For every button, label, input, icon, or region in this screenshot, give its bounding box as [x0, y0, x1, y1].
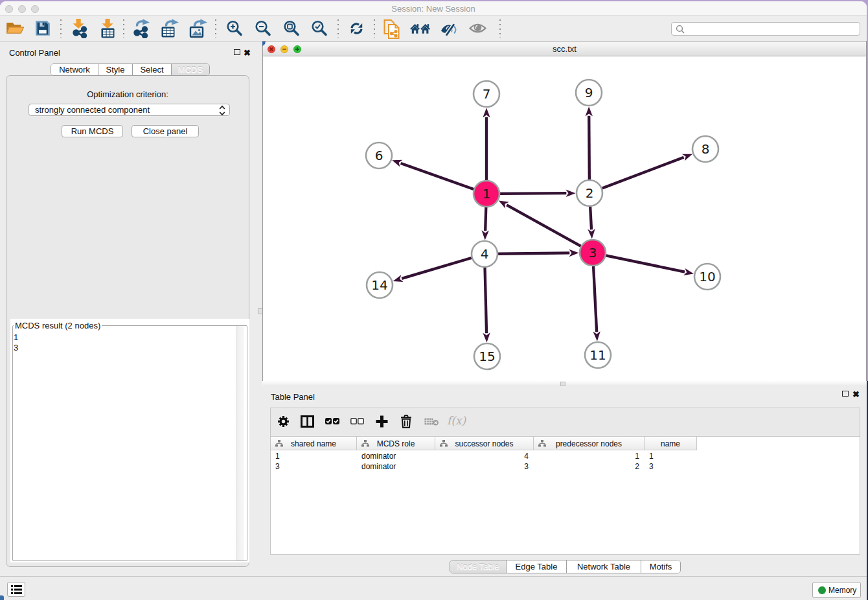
optimization-criterion-label: Optimization criterion: [6, 89, 249, 99]
mcds-result-textarea[interactable]: 1 3 [14, 332, 238, 560]
graph-node-label-2: 2 [586, 185, 594, 201]
tab-mcds[interactable]: MCDS [172, 64, 209, 75]
optimization-criterion-value: strongly connected component [35, 105, 150, 115]
graph-node-label-4: 4 [481, 246, 489, 262]
graph-edge-2-8[interactable] [602, 157, 684, 189]
memory-button[interactable]: Memory [812, 582, 861, 598]
network-view-window: scc.txt 7968124314101511 [262, 41, 867, 381]
optimization-criterion-select[interactable]: strongly connected component [29, 104, 230, 116]
graph-edge-3-10[interactable] [606, 255, 685, 271]
graph-edge-4-3[interactable] [498, 253, 569, 253]
graph-edge-1-2[interactable] [500, 193, 566, 194]
control-panel-title: Control Panel [9, 48, 60, 58]
tab-network-table[interactable]: Network Table [567, 560, 641, 573]
table-cell[interactable]: 4 [435, 450, 534, 461]
toolbar-separator [499, 19, 501, 38]
split-table-icon[interactable] [301, 415, 314, 428]
graph-edge-1-6[interactable] [401, 163, 474, 189]
table-panel-float-button[interactable] [842, 391, 849, 397]
select-all-icon[interactable] [325, 418, 339, 424]
graph-edge-3-1[interactable] [507, 205, 580, 246]
table-cell[interactable]: 3 [435, 461, 534, 471]
table-cell[interactable]: 1 [645, 450, 697, 461]
table-panel-tabs: Node Table Edge Table Network Table Moti… [450, 560, 681, 573]
function-builder-icon[interactable]: f(x) [447, 414, 466, 427]
graph-node-label-9: 9 [585, 85, 593, 100]
graph-edge-1-4[interactable] [485, 207, 486, 231]
table-cell[interactable]: dominator [357, 450, 435, 461]
column-header-shared-name[interactable]: shared name [271, 437, 357, 450]
zoom-out-icon[interactable] [255, 20, 271, 37]
graph-arrowhead-1-7 [483, 108, 490, 118]
graph-arrowhead-3-10 [683, 268, 694, 275]
column-header-successor-nodes[interactable]: successor nodes [435, 437, 534, 450]
table-cell[interactable]: 3 [271, 461, 357, 471]
table-panel-close-icon[interactable]: ✖ [852, 389, 860, 399]
tab-motifs[interactable]: Motifs [641, 560, 680, 573]
graph-edge-2-9[interactable] [589, 116, 589, 179]
search-input[interactable] [687, 23, 856, 34]
desktop-background: Session: New Session [0, 0, 868, 600]
graph-node-label-6: 6 [375, 148, 383, 163]
run-mcds-button[interactable]: Run MCDS [62, 125, 123, 137]
show-all-icon[interactable] [469, 23, 486, 34]
graph-edge-3-11[interactable] [593, 266, 597, 332]
control-panel: Control Panel ✖ Network Style Select MCD… [0, 1, 255, 600]
tab-style[interactable]: Style [98, 64, 133, 75]
search-box[interactable] [671, 22, 860, 36]
zoom-fit-icon[interactable] [283, 20, 300, 37]
graph-node-label-11: 11 [589, 347, 606, 363]
graph-edge-2-3[interactable] [590, 207, 591, 229]
status-bar: Memory [0, 576, 867, 600]
graph-arrowhead-3-11 [593, 331, 600, 341]
mcds-result-panel: MCDS result (2 nodes) 1 3 [10, 319, 249, 562]
network-canvas[interactable]: 7968124314101511 [263, 56, 866, 381]
table-panel: Table Panel ✖ [262, 387, 867, 577]
clone-network-icon[interactable] [383, 19, 401, 39]
close-panel-button[interactable]: Close panel [131, 125, 199, 137]
control-panel-close-icon[interactable]: ✖ [244, 48, 251, 58]
mcds-result-scrollbar[interactable] [236, 326, 244, 560]
refresh-layout-icon[interactable] [350, 22, 363, 35]
show-task-history-button[interactable] [7, 582, 25, 597]
tab-select[interactable]: Select [133, 64, 172, 75]
table-cell[interactable]: dominator [357, 461, 435, 471]
deselect-all-icon[interactable] [350, 418, 364, 424]
column-header-predecessor-nodes[interactable]: predecessor nodes [534, 437, 645, 450]
table-cell[interactable]: 2 [534, 461, 645, 471]
memory-status-dot [818, 586, 826, 594]
control-panel-float-button[interactable] [234, 49, 240, 55]
zoom-selected-icon[interactable] [311, 20, 328, 37]
graph-arrowhead-1-2 [565, 190, 575, 197]
column-header-MCDS-role[interactable]: MCDS role [357, 437, 435, 450]
tab-edge-table[interactable]: Edge Table [507, 560, 567, 573]
first-neighbors-icon[interactable] [410, 23, 431, 34]
delete-columns-trash-icon[interactable] [400, 415, 412, 428]
graph-node-label-10: 10 [699, 269, 715, 284]
graph-arrowhead-1-4 [481, 230, 488, 240]
mcds-result-group-title: MCDS result (2 nodes) [14, 321, 102, 330]
column-header-name[interactable]: name [645, 437, 697, 450]
table-cell[interactable]: 3 [645, 461, 697, 471]
tab-node-table[interactable]: Node Table [450, 560, 507, 573]
table-panel-title: Table Panel [271, 392, 315, 402]
column-settings-gear-icon[interactable] [278, 416, 289, 427]
column-header-label: MCDS role [357, 439, 435, 448]
toolbar-separator [374, 19, 375, 38]
graph-arrowhead-4-15 [483, 332, 490, 342]
select-spinner-icon [219, 106, 225, 115]
table-cell[interactable]: 1 [534, 450, 645, 461]
toolbar-separator [337, 19, 339, 38]
table-cell[interactable]: 1 [271, 450, 357, 461]
add-column-icon[interactable] [376, 415, 388, 428]
graph-node-label-8: 8 [702, 141, 710, 157]
graph-edge-4-14[interactable] [402, 258, 472, 279]
graph-edge-4-15[interactable] [485, 268, 487, 333]
memory-button-label: Memory [828, 586, 856, 595]
hide-selected-icon[interactable] [440, 23, 457, 36]
network-table-splitter-handle[interactable] [560, 382, 565, 386]
tab-network[interactable]: Network [51, 64, 98, 75]
graph-node-label-1: 1 [483, 186, 491, 202]
delete-table-icon[interactable] [424, 417, 439, 426]
task-list-icon [11, 584, 22, 595]
